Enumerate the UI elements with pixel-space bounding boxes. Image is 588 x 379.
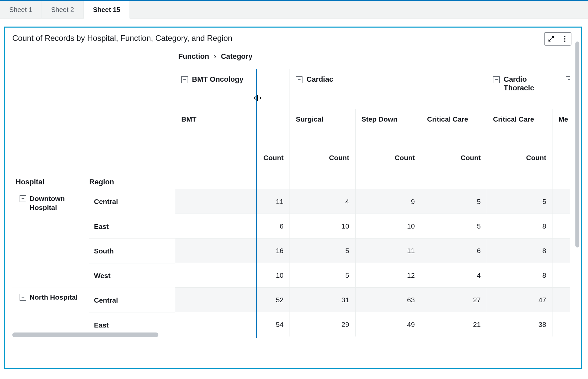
tab-sheet-1[interactable]: Sheet 1 [0, 1, 42, 18]
data-cell[interactable]: 4 [421, 263, 487, 287]
row-group-downtown: − Downtown Hospital Central East South W… [12, 189, 175, 288]
metric-label: Count [487, 149, 552, 189]
fn-label[interactable]: BMT Oncology [192, 75, 243, 84]
data-cell[interactable]: 8 [487, 238, 552, 263]
data-cell[interactable]: 47 [487, 287, 552, 312]
app-root: Sheet 1 Sheet 2 Sheet 15 Count of Record… [0, 0, 588, 379]
data-cell[interactable]: 31 [290, 287, 356, 312]
row-dim-region-label: Region [89, 178, 114, 186]
data-cell[interactable]: 11 [256, 189, 290, 214]
breadcrumb-category[interactable]: Category [221, 52, 252, 61]
cat-label[interactable]: Step Down [356, 109, 421, 149]
column-resize-guide[interactable] [256, 69, 257, 338]
row-header-pane: Hospital Region − Downtown Hospital Cent… [12, 69, 175, 338]
data-cell[interactable]: 12 [356, 263, 421, 287]
data-cell[interactable]: 5 [487, 189, 552, 214]
data-cell[interactable]: 52 [256, 287, 290, 312]
data-cell[interactable]: 16 [256, 238, 290, 263]
data-cell[interactable]: 9 [356, 189, 421, 214]
data-pane: − BMT Oncology BMT Count 11 [175, 69, 570, 338]
visual-frame[interactable]: Count of Records by Hospital, Function, … [4, 27, 582, 369]
chevron-right-icon: › [214, 52, 216, 61]
data-cell[interactable]: 10 [256, 263, 290, 287]
data-cell[interactable]: 63 [356, 287, 421, 312]
svg-point-0 [564, 36, 565, 37]
hospital-label[interactable]: North Hospital [30, 293, 78, 302]
blank-canvas-area [0, 373, 588, 379]
vertical-scrollbar[interactable] [575, 42, 579, 247]
region-cell[interactable]: West [89, 263, 175, 288]
cat-label[interactable]: Critical Care [421, 109, 487, 149]
breadcrumb-function[interactable]: Function [178, 52, 209, 61]
region-cell[interactable]: Central [89, 288, 175, 313]
row-dim-hospital-label: Hospital [16, 178, 89, 186]
cat-label[interactable]: Me [552, 109, 570, 149]
data-cell[interactable]: 5 [290, 238, 356, 263]
tab-sheet-2[interactable]: Sheet 2 [42, 1, 84, 18]
more-options-icon[interactable] [558, 33, 571, 45]
region-cell[interactable]: East [89, 214, 175, 238]
svg-point-2 [564, 41, 565, 42]
data-cell[interactable]: 6 [421, 238, 487, 263]
pivot-table: Hospital Region − Downtown Hospital Cent… [12, 69, 570, 338]
data-cell[interactable]: 10 [356, 214, 421, 238]
visual-title: Count of Records by Hospital, Function, … [12, 34, 581, 43]
column-hierarchy-breadcrumb: Function › Category [178, 52, 581, 61]
row-group-north: − North Hospital Central East [12, 288, 175, 337]
fn-col-cardiac: − Cardiac Surgical Step Down Critical Ca… [290, 69, 487, 336]
collapse-icon[interactable]: − [20, 294, 26, 301]
fn-col-cardio-thoracic: − Cardio Thoracic − Critical Care Me Cou… [487, 69, 570, 336]
data-cell[interactable]: 21 [421, 312, 487, 336]
region-cell[interactable]: Central [89, 189, 175, 214]
svg-point-1 [564, 38, 565, 40]
data-cell[interactable]: 27 [421, 287, 487, 312]
collapse-icon[interactable]: − [181, 76, 188, 83]
collapse-icon[interactable]: − [296, 76, 302, 83]
horizontal-scrollbar[interactable] [12, 332, 158, 337]
data-cell[interactable]: 49 [356, 312, 421, 336]
data-cell[interactable]: 5 [421, 189, 487, 214]
visual-toolbar [544, 32, 571, 46]
data-cell[interactable]: 54 [256, 312, 290, 336]
tab-sheet-15[interactable]: Sheet 15 [84, 1, 130, 19]
data-cell[interactable]: 38 [487, 312, 552, 336]
collapse-icon[interactable]: − [20, 195, 26, 202]
metric-label: Count [290, 149, 356, 189]
sheet-tabstrip: Sheet 1 Sheet 2 Sheet 15 [0, 0, 588, 19]
fn-label[interactable]: Cardio Thoracic [504, 75, 544, 92]
data-cell[interactable]: 4 [290, 189, 356, 214]
data-cell[interactable]: 6 [256, 214, 290, 238]
collapse-icon[interactable]: − [566, 76, 570, 83]
data-cell[interactable]: 29 [290, 312, 356, 336]
region-cell[interactable]: South [89, 238, 175, 263]
data-cell[interactable]: 10 [290, 214, 356, 238]
cat-label[interactable]: Critical Care [487, 109, 552, 149]
metric-label: Count [421, 149, 487, 189]
data-cell[interactable]: 8 [487, 263, 552, 287]
hospital-label[interactable]: Downtown Hospital [30, 194, 86, 212]
data-cell[interactable]: 5 [290, 263, 356, 287]
collapse-icon[interactable]: − [493, 76, 500, 83]
cat-label[interactable]: BMT [175, 109, 256, 149]
cat-label[interactable]: Surgical [290, 109, 356, 149]
fn-label[interactable]: Cardiac [306, 75, 333, 84]
metric-label: Count [256, 149, 290, 189]
data-cell[interactable]: 8 [487, 214, 552, 238]
expand-icon[interactable] [545, 33, 558, 45]
metric-label: Count [356, 149, 421, 189]
data-cell[interactable]: 5 [421, 214, 487, 238]
data-cell[interactable]: 11 [356, 238, 421, 263]
fn-col-bmt-oncology: − BMT Oncology BMT Count 11 [175, 69, 290, 336]
